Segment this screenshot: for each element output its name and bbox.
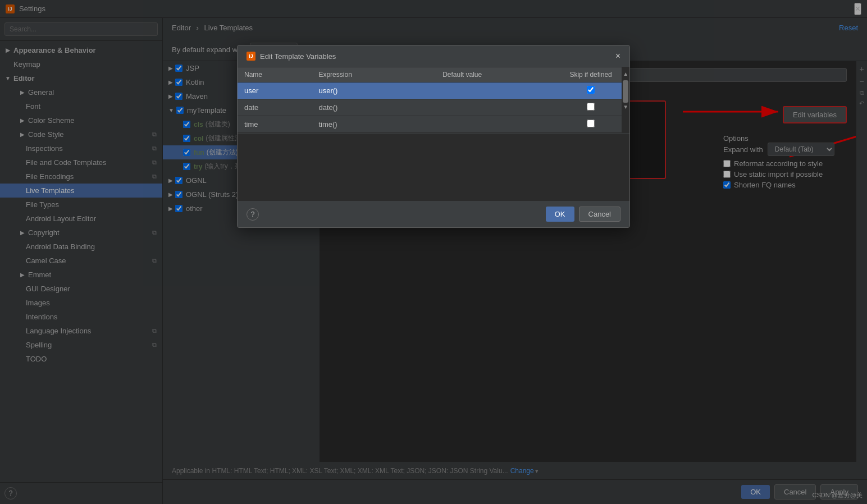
skip-checkbox-date[interactable] — [587, 103, 595, 111]
scroll-down-button[interactable]: ▼ — [623, 104, 628, 110]
dialog-footer-left: ? — [247, 208, 259, 221]
cell-default — [436, 99, 560, 116]
cell-skip — [560, 83, 622, 99]
cell-skip — [560, 99, 622, 116]
cell-name: time — [238, 116, 312, 133]
cell-expression: time() — [312, 116, 436, 133]
table-row[interactable]: time time() — [238, 116, 622, 133]
cell-name: date — [238, 99, 312, 116]
col-default-value: Default value — [436, 67, 560, 83]
cell-expression: date() — [312, 99, 436, 116]
scroll-thumb[interactable] — [623, 80, 628, 103]
dialog-footer-right: OK Cancel — [546, 207, 620, 222]
dialog-footer: ? OK Cancel — [238, 200, 629, 227]
dialog-body: Name Expression Default value Skip if de… — [238, 67, 629, 200]
cell-name: user — [238, 83, 312, 99]
cell-default — [436, 116, 560, 133]
dialog-cancel-button[interactable]: Cancel — [579, 207, 620, 222]
table-row[interactable]: user user() — [238, 83, 622, 99]
skip-checkbox-user[interactable] — [587, 86, 595, 94]
dialog-overlay: IJ Edit Template Variables × Name Expres… — [0, 0, 867, 504]
dialog-table: Name Expression Default value Skip if de… — [238, 67, 622, 133]
edit-template-variables-dialog: IJ Edit Template Variables × Name Expres… — [237, 45, 630, 228]
cell-default — [436, 83, 560, 99]
cell-expression: user() — [312, 83, 436, 99]
dialog-title: Edit Template Variables — [260, 52, 615, 61]
dialog-ok-button[interactable]: OK — [546, 207, 574, 222]
scroll-up-button[interactable]: ▲ — [623, 71, 628, 77]
dialog-help-button[interactable]: ? — [247, 208, 259, 221]
col-expression: Expression — [312, 67, 436, 83]
dialog-scrollbar: ▲ ▼ — [622, 67, 629, 133]
watermark: CSDN @念分@美 — [812, 491, 863, 500]
dialog-icon: IJ — [247, 52, 255, 61]
dialog-table-wrapper: Name Expression Default value Skip if de… — [238, 67, 629, 133]
table-row[interactable]: date date() — [238, 99, 622, 116]
col-skip-if-defined: Skip if defined — [560, 67, 622, 83]
dialog-empty-area — [238, 133, 629, 200]
skip-checkbox-time[interactable] — [587, 120, 595, 127]
dialog-close-button[interactable]: × — [615, 51, 620, 61]
cell-skip — [560, 116, 622, 133]
col-name: Name — [238, 67, 312, 83]
dialog-header: IJ Edit Template Variables × — [238, 45, 629, 67]
